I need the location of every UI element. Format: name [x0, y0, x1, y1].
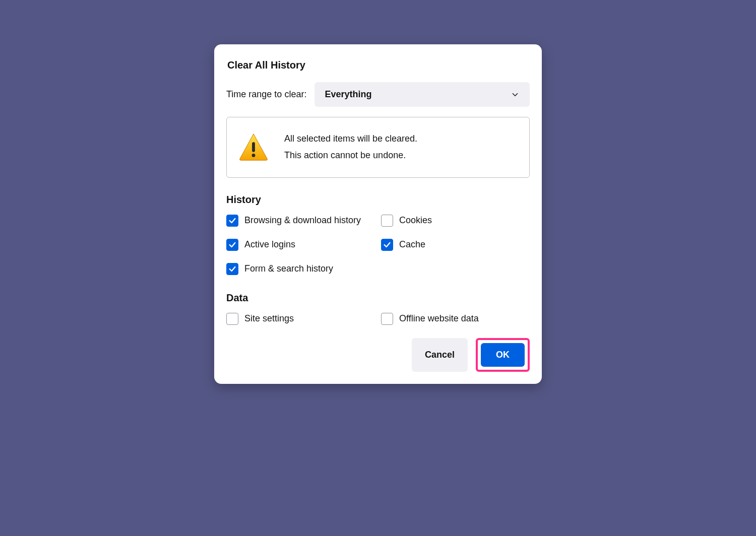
- checkbox-cache[interactable]: [381, 239, 393, 251]
- checkbox-browsing-history[interactable]: [226, 215, 238, 227]
- warning-line-1: All selected items will be cleared.: [284, 130, 417, 147]
- history-check-grid: Browsing & download history Cookies Acti…: [226, 215, 530, 275]
- checkbox-cookies[interactable]: [381, 215, 393, 227]
- check-item-cache: Cache: [381, 239, 530, 251]
- check-label: Site settings: [244, 313, 294, 324]
- check-label: Active logins: [244, 239, 295, 250]
- checkbox-form-history[interactable]: [226, 263, 238, 275]
- time-range-select[interactable]: Everything: [314, 82, 530, 107]
- time-range-row: Time range to clear: Everything: [226, 82, 530, 107]
- svg-rect-0: [252, 143, 255, 152]
- checkbox-active-logins[interactable]: [226, 239, 238, 251]
- svg-point-1: [252, 154, 256, 157]
- time-range-label: Time range to clear:: [226, 89, 306, 100]
- check-item-cookies: Cookies: [381, 215, 530, 227]
- app-background: Clear All History Time range to clear: E…: [51, 0, 705, 464]
- check-label: Cookies: [399, 215, 432, 226]
- check-label: Offline website data: [399, 313, 479, 324]
- warning-box: All selected items will be cleared. This…: [226, 117, 530, 178]
- dialog-button-row: Cancel OK: [226, 338, 530, 372]
- cancel-button[interactable]: Cancel: [412, 338, 468, 372]
- checkbox-site-settings[interactable]: [226, 313, 238, 325]
- check-label: Form & search history: [244, 263, 333, 274]
- ok-button[interactable]: OK: [481, 343, 525, 367]
- warning-line-2: This action cannot be undone.: [284, 147, 417, 164]
- warning-text: All selected items will be cleared. This…: [284, 130, 417, 164]
- check-item-active-logins: Active logins: [226, 239, 375, 251]
- warning-icon: [238, 131, 269, 163]
- check-icon: [228, 217, 236, 225]
- check-icon: [228, 265, 236, 273]
- check-icon: [228, 241, 236, 249]
- check-item-form-history: Form & search history: [226, 263, 375, 275]
- time-range-value: Everything: [325, 89, 371, 100]
- data-check-grid: Site settings Offline website data: [226, 313, 530, 325]
- checkbox-offline-data[interactable]: [381, 313, 393, 325]
- check-item-offline-data: Offline website data: [381, 313, 530, 325]
- check-label: Browsing & download history: [244, 215, 361, 226]
- ok-button-highlight: OK: [476, 338, 530, 372]
- dialog-title: Clear All History: [226, 59, 530, 71]
- history-heading: History: [226, 194, 530, 206]
- chevron-down-icon: [511, 90, 520, 99]
- check-item-browsing-history: Browsing & download history: [226, 215, 375, 227]
- clear-history-dialog: Clear All History Time range to clear: E…: [214, 44, 542, 384]
- check-icon: [383, 241, 391, 249]
- check-label: Cache: [399, 239, 425, 250]
- check-item-site-settings: Site settings: [226, 313, 375, 325]
- data-heading: Data: [226, 292, 530, 304]
